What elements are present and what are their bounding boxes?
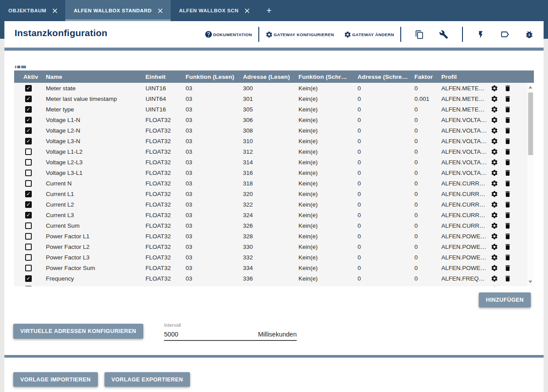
- row-active-checkbox[interactable]: [25, 106, 32, 113]
- scrollbar-up-arrow[interactable]: [529, 86, 532, 89]
- row-active-checkbox[interactable]: [25, 201, 32, 208]
- tab[interactable]: ALFEN WALLBOX STANDARD: [65, 0, 171, 21]
- row-delete-button[interactable]: [504, 190, 511, 198]
- cell-name: Voltage L2-L3: [46, 159, 145, 166]
- row-delete-button[interactable]: [504, 285, 511, 287]
- row-delete-button[interactable]: [504, 159, 511, 166]
- row-active-checkbox[interactable]: [25, 275, 32, 282]
- tab-bar: OBJEKTBAUM ALFEN WALLBOX STANDARD ALFEN …: [0, 0, 278, 21]
- tools-button[interactable]: [439, 30, 448, 39]
- row-settings-button[interactable]: [491, 233, 498, 240]
- row-delete-button[interactable]: [504, 222, 511, 229]
- add-row-button[interactable]: HINZUFÜGEN: [479, 292, 531, 307]
- row-settings-button[interactable]: [491, 264, 498, 272]
- copy-button[interactable]: [415, 30, 424, 39]
- cell-adresse-lesen: 301: [243, 96, 298, 102]
- scrollbar-down-arrow[interactable]: [529, 281, 532, 283]
- row-delete-button[interactable]: [504, 201, 511, 208]
- gateway-change-button[interactable]: GATEWAY ÄNDERN: [344, 31, 394, 38]
- table-row: Voltage L2-N FLOAT32 03 308 Kein(e) 0 0 …: [14, 125, 527, 136]
- row-active-checkbox[interactable]: [25, 244, 32, 250]
- cell-profil: ALFEN.CURR…: [441, 201, 491, 208]
- row-settings-button[interactable]: [491, 201, 498, 208]
- row-settings-button[interactable]: [491, 222, 498, 229]
- configure-virtual-addresses-button[interactable]: VIRTUELLE ADRESSEN KONFIGURIEREN: [13, 324, 143, 339]
- import-template-button[interactable]: VORLAGE IMPORTIEREN: [13, 372, 98, 387]
- row-active-checkbox[interactable]: [25, 138, 32, 144]
- row-active-checkbox[interactable]: [25, 265, 32, 271]
- table-row: Current L2 FLOAT32 03 322 Kein(e) 0 0 AL…: [14, 199, 527, 210]
- scrollbar-thumb[interactable]: [528, 92, 533, 155]
- row-active-checkbox[interactable]: [25, 180, 32, 187]
- row-settings-button[interactable]: [491, 148, 498, 155]
- row-active-checkbox[interactable]: [25, 254, 32, 261]
- row-delete-button[interactable]: [504, 275, 511, 282]
- debug-button[interactable]: [525, 30, 534, 39]
- tab-close-icon[interactable]: [52, 8, 58, 14]
- row-active-checkbox[interactable]: [25, 159, 32, 166]
- cell-adresse-lesen: 312: [243, 148, 298, 155]
- wrench-icon: [439, 30, 448, 39]
- gear-icon: [491, 243, 498, 251]
- row-active-checkbox[interactable]: [25, 148, 32, 155]
- row-active-checkbox[interactable]: [25, 222, 32, 229]
- row-delete-button[interactable]: [504, 180, 511, 187]
- row-delete-button[interactable]: [504, 264, 511, 272]
- cell-einheit: FLOAT32: [145, 275, 186, 282]
- row-active-checkbox[interactable]: [25, 96, 32, 102]
- row-active-checkbox[interactable]: [25, 233, 32, 240]
- cell-name: Meter state: [46, 85, 145, 92]
- tab[interactable]: ALFEN WALLBOX SCN: [171, 0, 257, 21]
- row-settings-button[interactable]: [491, 180, 498, 187]
- cell-faktor: 0: [414, 117, 441, 123]
- row-settings-button[interactable]: [491, 243, 498, 251]
- row-delete-button[interactable]: [504, 85, 511, 92]
- row-active-checkbox[interactable]: [25, 117, 32, 123]
- row-settings-button[interactable]: [491, 211, 498, 219]
- row-settings-button[interactable]: [491, 137, 498, 145]
- gateway-configure-button[interactable]: GATEWAY KONFIGURIEREN: [265, 31, 334, 38]
- row-settings-button[interactable]: [491, 169, 498, 177]
- row-settings-button[interactable]: [491, 159, 498, 166]
- tag-button[interactable]: [500, 30, 510, 39]
- row-delete-button[interactable]: [504, 243, 511, 251]
- toolbar: DOKUMENTATION GATEWAY KONFIGURIEREN GATE…: [205, 21, 534, 48]
- interval-input[interactable]: [164, 331, 217, 338]
- bug-icon: [525, 30, 534, 39]
- cell-profil: ALFEN.POWE…: [441, 244, 491, 250]
- row-settings-button[interactable]: [491, 285, 498, 287]
- tab-close-icon[interactable]: [244, 8, 250, 14]
- row-active-checkbox[interactable]: [25, 191, 32, 197]
- documentation-button[interactable]: DOKUMENTATION: [205, 30, 252, 38]
- row-settings-button[interactable]: [491, 254, 498, 261]
- row-delete-button[interactable]: [504, 95, 511, 103]
- row-settings-button[interactable]: [491, 95, 498, 103]
- row-settings-button[interactable]: [491, 116, 498, 124]
- row-active-checkbox[interactable]: [25, 212, 32, 218]
- tab[interactable]: OBJEKTBAUM: [0, 0, 65, 21]
- row-delete-button[interactable]: [504, 137, 511, 145]
- row-settings-button[interactable]: [491, 127, 498, 134]
- row-settings-button[interactable]: [491, 190, 498, 198]
- row-active-checkbox[interactable]: [25, 170, 32, 176]
- row-active-checkbox[interactable]: [25, 127, 32, 134]
- row-delete-button[interactable]: [504, 254, 511, 261]
- export-template-button[interactable]: VORLAGE EXPORTIEREN: [104, 372, 190, 387]
- table-scrollbar[interactable]: [527, 83, 534, 286]
- row-delete-button[interactable]: [504, 106, 511, 113]
- row-delete-button[interactable]: [504, 211, 511, 219]
- row-delete-button[interactable]: [504, 148, 511, 155]
- row-active-checkbox[interactable]: [25, 286, 32, 287]
- gear-icon: [491, 275, 498, 282]
- row-active-checkbox[interactable]: [25, 85, 32, 92]
- live-values-button[interactable]: [477, 30, 485, 39]
- row-settings-button[interactable]: [491, 275, 498, 282]
- row-settings-button[interactable]: [491, 106, 498, 113]
- row-delete-button[interactable]: [504, 169, 511, 177]
- row-settings-button[interactable]: [491, 85, 498, 92]
- row-delete-button[interactable]: [504, 127, 511, 134]
- row-delete-button[interactable]: [504, 233, 511, 240]
- row-delete-button[interactable]: [504, 116, 511, 124]
- tab-close-icon[interactable]: [157, 8, 163, 14]
- new-tab-button[interactable]: +: [260, 0, 278, 21]
